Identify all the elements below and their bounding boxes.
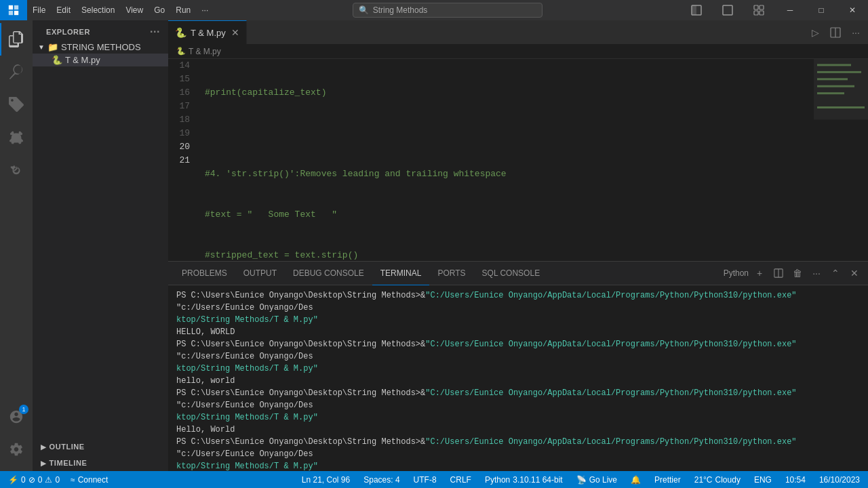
line-17: 17: [168, 100, 195, 113]
maximize-btn[interactable]: □: [806, 0, 837, 20]
status-right: Ln 21, Col 96 Spaces: 4 UTF-8 CRLF Pytho…: [299, 471, 863, 488]
terminal-tab-terminal[interactable]: TERMINAL: [372, 262, 430, 285]
status-layout[interactable]: ENG: [751, 471, 774, 488]
sidebar-more-btn[interactable]: ···: [150, 26, 160, 38]
run-btn[interactable]: ▷: [806, 23, 825, 42]
status-live[interactable]: 📡 Go Live: [574, 471, 620, 488]
status-language[interactable]: Python 3.10.11 64-bit: [482, 471, 566, 488]
sidebar: EXPLORER ··· ▼ 📁 STRING METHODS 🐍 T & M.…: [33, 20, 168, 471]
status-encoding[interactable]: UTF-8: [411, 471, 439, 488]
terminal-line-2: PS C:\Users\Eunice Onyango\Desktop\Strin…: [176, 338, 860, 363]
sidebar-folder-label: STRING METHODS: [61, 42, 141, 52]
terminal-tab-debug[interactable]: DEBUG CONSOLE: [285, 262, 372, 285]
menu-view[interactable]: View: [120, 0, 149, 20]
status-bar: ⚡ 0 ⊘ 0 ⚠ 0 ≈ Connect Ln 21, Col 96 Spac…: [0, 471, 868, 488]
activity-search[interactable]: [0, 56, 33, 88]
terminal-tab-sql[interactable]: SQL CONSOLE: [474, 262, 549, 285]
terminal-tab-ports[interactable]: PORTS: [429, 262, 473, 285]
status-connect[interactable]: ≈ Connect: [68, 471, 111, 488]
svg-rect-9: [754, 11, 758, 15]
sidebar-title: EXPLORER: [46, 28, 90, 36]
status-notifications[interactable]: 🔔: [628, 471, 644, 488]
line-15: 15: [168, 73, 195, 86]
status-remote[interactable]: ⚡ 0 ⊘ 0 ⚠ 0: [5, 471, 62, 488]
main-layout: 1 EXPLORER ··· ▼ 📁 STRING METHODS 🐍 T & …: [0, 20, 868, 471]
line-19: 19: [168, 127, 195, 140]
activity-settings[interactable]: [0, 433, 33, 466]
code-line-15: [202, 127, 814, 140]
tab-close-icon[interactable]: ✕: [231, 27, 239, 38]
minimize-btn[interactable]: ─: [774, 0, 806, 20]
svg-rect-20: [814, 59, 868, 119]
terminal-add-btn[interactable]: +: [751, 265, 768, 281]
svg-rect-5: [692, 5, 696, 15]
python-file-icon: 🐍: [52, 55, 62, 65]
terminal-tab-output[interactable]: OUTPUT: [235, 262, 285, 285]
layout-label: ENG: [754, 475, 772, 485]
more-tabs-btn[interactable]: ···: [846, 23, 865, 42]
line-ending-label: CRLF: [450, 475, 471, 485]
activity-explorer[interactable]: [0, 23, 33, 56]
term-link-1b: ktop/String Methods/T & M.py": [176, 314, 318, 326]
layout-btn-3[interactable]: [743, 0, 774, 20]
code-line-16: #4. 'str.strip()':Removes leading and tr…: [202, 167, 814, 181]
terminal-close-btn[interactable]: ✕: [846, 265, 863, 281]
split-editor-btn[interactable]: [826, 23, 845, 42]
terminal-split-btn[interactable]: [770, 265, 787, 281]
sidebar-header: EXPLORER ···: [33, 20, 168, 41]
menu-file[interactable]: File: [27, 0, 51, 20]
warning-icon: ⚠: [45, 475, 52, 485]
terminal-output-3: Hello, World: [176, 424, 860, 436]
activity-account[interactable]: 1: [0, 401, 33, 433]
sidebar-file-item[interactable]: 🐍 T & M.py: [33, 54, 168, 66]
titlebar-left: File Edit Selection View Go Run ···: [0, 0, 214, 20]
sidebar-timeline-section[interactable]: ▶ TIMELINE: [33, 455, 168, 471]
titlebar: File Edit Selection View Go Run ··· 🔍 St…: [0, 0, 868, 20]
code-line-18: #stripped_text = text.strip(): [202, 249, 814, 261]
tab-tm-py[interactable]: 🐍 T & M.py ✕: [168, 20, 247, 44]
activity-extensions[interactable]: [0, 153, 33, 186]
sidebar-folder-string-methods[interactable]: ▼ 📁 STRING METHODS: [33, 41, 168, 54]
temp-label: 21°C: [694, 475, 713, 485]
status-prettier[interactable]: Prettier: [652, 471, 684, 488]
line-18: 18: [168, 113, 195, 127]
status-line-ending[interactable]: CRLF: [448, 471, 474, 488]
notification-badge: 1: [19, 405, 28, 414]
sidebar-outline-section[interactable]: ▶ OUTLINE: [33, 439, 168, 455]
error-icon: ⊘: [28, 475, 35, 485]
search-bar[interactable]: 🔍 String Methods: [353, 3, 542, 18]
line-14: 14: [168, 59, 195, 73]
menu-go[interactable]: Go: [149, 0, 170, 20]
menu-run[interactable]: Run: [170, 0, 196, 20]
terminal-maximize-btn[interactable]: ⌃: [827, 265, 844, 281]
activity-git[interactable]: [0, 88, 33, 121]
svg-rect-0: [9, 5, 13, 9]
term-prompt-1: PS C:\Users\Eunice Onyango\Desktop\Strin…: [176, 289, 420, 302]
terminal-trash-btn[interactable]: 🗑: [789, 265, 806, 281]
layout-btn-2[interactable]: [712, 0, 743, 20]
status-position[interactable]: Ln 21, Col 96: [299, 471, 353, 488]
terminal-tabs: PROBLEMS OUTPUT DEBUG CONSOLE TERMINAL P…: [168, 262, 868, 285]
status-time: 10:54: [783, 471, 808, 488]
activity-debug[interactable]: [0, 121, 33, 153]
code-editor[interactable]: 14 15 16 17 18 19 20 21 #print(capitaliz…: [168, 59, 814, 261]
terminal-more-btn[interactable]: ···: [808, 265, 825, 281]
menu-more[interactable]: ···: [196, 0, 214, 20]
titlebar-right: ─ □ ✕: [681, 0, 868, 20]
folder-icon: 📁: [47, 42, 58, 52]
code-content[interactable]: #print(capitalize_text) #4. 'str.strip()…: [202, 59, 814, 261]
connect-label: Connect: [78, 475, 108, 485]
menu-selection[interactable]: Selection: [76, 0, 120, 20]
menu-edit[interactable]: Edit: [51, 0, 76, 20]
terminal-body[interactable]: PS C:\Users\Eunice Onyango\Desktop\Strin…: [168, 285, 868, 471]
status-spaces[interactable]: Spaces: 4: [361, 471, 402, 488]
outline-label: OUTLINE: [50, 443, 85, 451]
terminal-tab-problems[interactable]: PROBLEMS: [174, 262, 235, 285]
remote-icon: ⚡: [8, 475, 18, 485]
prettier-label: Prettier: [654, 475, 681, 485]
term-link-1: "C:/Users/Eunice Onyango/AppData/Local/P…: [425, 289, 796, 302]
sidebar-bottom: ▶ OUTLINE ▶ TIMELINE: [33, 439, 168, 471]
close-btn[interactable]: ✕: [837, 0, 868, 20]
status-weather: 21°C Cloudy: [692, 471, 743, 488]
layout-btn-1[interactable]: [681, 0, 712, 20]
